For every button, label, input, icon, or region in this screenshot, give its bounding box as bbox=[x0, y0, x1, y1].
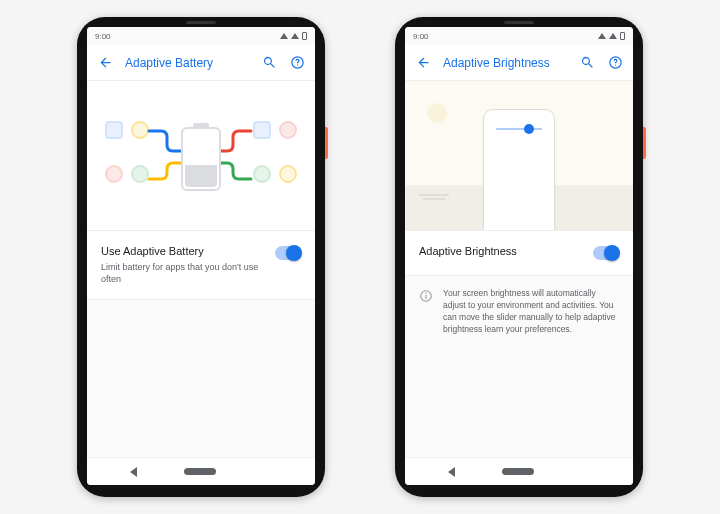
info-row: Your screen brightness will automaticall… bbox=[405, 276, 633, 348]
app-dot bbox=[279, 121, 297, 139]
nav-recents-button[interactable] bbox=[263, 467, 272, 476]
app-dot bbox=[279, 165, 297, 183]
setting-card: Adaptive Brightness bbox=[405, 231, 633, 276]
app-bar: Adaptive Battery bbox=[87, 45, 315, 81]
power-button[interactable] bbox=[643, 127, 646, 159]
status-time: 9:00 bbox=[95, 32, 111, 41]
hero-illustration bbox=[405, 81, 633, 231]
status-bar: 9:00 bbox=[87, 27, 315, 45]
svg-rect-4 bbox=[425, 293, 426, 294]
back-button[interactable] bbox=[415, 55, 431, 71]
screen: 9:00 Adaptive Brightness bbox=[405, 27, 633, 485]
svg-rect-3 bbox=[425, 295, 426, 299]
arrow-back-icon bbox=[416, 55, 431, 70]
adaptive-battery-toggle[interactable] bbox=[275, 246, 301, 260]
adaptive-brightness-toggle[interactable] bbox=[593, 246, 619, 260]
phone-illustration-icon bbox=[483, 109, 555, 231]
signal-icon bbox=[609, 33, 617, 39]
earpiece bbox=[504, 21, 534, 24]
nav-home-button[interactable] bbox=[184, 468, 216, 475]
app-dot bbox=[253, 165, 271, 183]
arrow-back-icon bbox=[98, 55, 113, 70]
info-text: Your screen brightness will automaticall… bbox=[443, 288, 619, 336]
page-title: Adaptive Brightness bbox=[443, 56, 567, 70]
page-title: Adaptive Battery bbox=[125, 56, 249, 70]
search-icon bbox=[262, 55, 277, 70]
content-spacer bbox=[87, 300, 315, 457]
bench-icon bbox=[419, 194, 449, 204]
app-bar: Adaptive Brightness bbox=[405, 45, 633, 81]
help-icon bbox=[290, 55, 305, 70]
search-button[interactable] bbox=[261, 55, 277, 71]
setting-card: Use Adaptive Battery Limit battery for a… bbox=[87, 231, 315, 300]
help-button[interactable] bbox=[289, 55, 305, 71]
search-icon bbox=[580, 55, 595, 70]
info-icon bbox=[419, 289, 433, 303]
signal-icon bbox=[291, 33, 299, 39]
power-button[interactable] bbox=[325, 127, 328, 159]
help-icon bbox=[608, 55, 623, 70]
status-time: 9:00 bbox=[413, 32, 429, 41]
search-button[interactable] bbox=[579, 55, 595, 71]
sun-icon bbox=[427, 103, 447, 123]
back-button[interactable] bbox=[97, 55, 113, 71]
phone-left: 9:00 Adaptive Battery bbox=[77, 17, 325, 497]
wifi-icon bbox=[598, 33, 606, 39]
content-spacer bbox=[405, 348, 633, 457]
hero-illustration bbox=[87, 81, 315, 231]
setting-title: Adaptive Brightness bbox=[419, 245, 585, 257]
app-dot bbox=[105, 121, 123, 139]
system-nav-bar bbox=[87, 457, 315, 485]
screen: 9:00 Adaptive Battery bbox=[87, 27, 315, 485]
battery-illustration-icon bbox=[181, 127, 221, 191]
brightness-slider-illustration bbox=[496, 128, 542, 130]
app-dot bbox=[105, 165, 123, 183]
battery-icon bbox=[302, 32, 307, 40]
nav-back-button[interactable] bbox=[130, 467, 137, 477]
help-button[interactable] bbox=[607, 55, 623, 71]
battery-icon bbox=[620, 32, 625, 40]
setting-title: Use Adaptive Battery bbox=[101, 245, 267, 257]
nav-recents-button[interactable] bbox=[581, 467, 590, 476]
app-dot bbox=[253, 121, 271, 139]
status-bar: 9:00 bbox=[405, 27, 633, 45]
setting-subtitle: Limit battery for apps that you don't us… bbox=[101, 261, 267, 285]
earpiece bbox=[186, 21, 216, 24]
wifi-icon bbox=[280, 33, 288, 39]
nav-back-button[interactable] bbox=[448, 467, 455, 477]
system-nav-bar bbox=[405, 457, 633, 485]
nav-home-button[interactable] bbox=[502, 468, 534, 475]
phone-right: 9:00 Adaptive Brightness bbox=[395, 17, 643, 497]
